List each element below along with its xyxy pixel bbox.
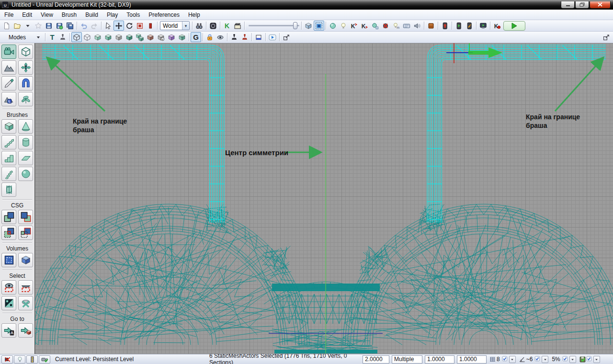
autosave-toggle-checkbox[interactable] xyxy=(586,356,593,363)
light-meter-button[interactable]: m xyxy=(391,21,401,31)
mobile-settings-button[interactable] xyxy=(464,21,475,31)
menu-tools[interactable]: Tools xyxy=(122,10,144,20)
texture-density-button[interactable] xyxy=(177,32,187,42)
scale-snap-toggle-caret[interactable] xyxy=(569,356,576,363)
hide-selected-button[interactable] xyxy=(18,280,33,295)
light-bulb-button[interactable] xyxy=(338,21,349,31)
menu-play[interactable]: Play xyxy=(102,10,122,20)
csg-deintersect-button[interactable] xyxy=(18,226,33,240)
build-geometry-button[interactable] xyxy=(426,21,436,31)
terrain-mode-button[interactable] xyxy=(1,60,16,75)
undo-button[interactable] xyxy=(79,21,89,31)
kismet-button[interactable]: K xyxy=(222,21,232,31)
popout-viewport-button[interactable] xyxy=(281,32,292,42)
coordinate-system-dropdown[interactable]: World▾ xyxy=(160,21,190,30)
save-all-button[interactable] xyxy=(54,21,65,31)
csg-add-button[interactable] xyxy=(1,210,16,224)
volume-cube-button[interactable] xyxy=(18,253,33,267)
possess-button[interactable] xyxy=(229,32,239,42)
sphere-disabled-button[interactable] xyxy=(380,21,391,31)
lighting-only-button[interactable] xyxy=(124,32,135,42)
volumetric-brush-button[interactable] xyxy=(1,182,16,197)
menu-brush[interactable]: Brush xyxy=(57,10,81,20)
modes-caret[interactable] xyxy=(33,32,44,42)
kismet-link-up-button[interactable]: K xyxy=(349,21,359,31)
play-in-editor-button[interactable] xyxy=(503,21,525,31)
translate-tool-button[interactable] xyxy=(114,21,124,31)
new-file-button[interactable] xyxy=(1,21,12,31)
menu-file[interactable]: File xyxy=(0,10,18,20)
kismet-link-down-button[interactable]: K xyxy=(359,21,370,31)
lightmap-density-button[interactable]: s xyxy=(156,32,166,42)
lighting-status-button[interactable] xyxy=(14,355,25,364)
socket-sphere-button[interactable] xyxy=(328,21,338,31)
camera-mode-button[interactable] xyxy=(1,45,16,59)
menu-build[interactable]: Build xyxy=(81,10,102,20)
minimize-button[interactable] xyxy=(561,1,575,9)
geometry-mode-button[interactable] xyxy=(18,45,33,59)
redo-button[interactable] xyxy=(89,21,100,31)
save-button[interactable] xyxy=(44,21,54,31)
mute-sounds-button[interactable] xyxy=(1,355,13,364)
detail-lighting-button[interactable] xyxy=(114,32,124,42)
maximize-button[interactable] xyxy=(575,1,589,9)
game-view-button[interactable]: G xyxy=(191,32,201,42)
reflection-view-button[interactable] xyxy=(166,32,177,42)
scale-x-field[interactable]: 1.0000 xyxy=(425,355,454,364)
play-viewport-button[interactable] xyxy=(267,32,278,42)
paths-status-button[interactable] xyxy=(26,355,38,364)
rotation-grid-field[interactable]: Multiple xyxy=(392,355,422,364)
cone-brush-button[interactable] xyxy=(18,119,33,134)
lit-view-button[interactable] xyxy=(103,32,114,42)
csg-intersect-button[interactable] xyxy=(1,226,16,240)
angle-snap-toggle-caret[interactable] xyxy=(542,356,548,363)
drag-grid-field[interactable]: 2.0000 xyxy=(363,355,389,364)
eject-button[interactable] xyxy=(239,32,250,42)
add-volume-button[interactable] xyxy=(1,253,16,267)
light-complexity-button[interactable] xyxy=(135,32,145,42)
matinee-button[interactable] xyxy=(232,21,243,31)
brush-wireframe-button[interactable] xyxy=(82,32,92,42)
brush-outline-button[interactable] xyxy=(253,32,264,42)
scale-nonuniform-button[interactable] xyxy=(145,21,156,31)
search-actors-button[interactable] xyxy=(194,21,204,31)
viewport-canvas[interactable] xyxy=(35,43,613,354)
menu-edit[interactable]: Edit xyxy=(18,10,36,20)
unlit-view-button[interactable] xyxy=(92,32,103,42)
show-selected-only-button[interactable] xyxy=(1,280,16,295)
invert-selection-button[interactable] xyxy=(1,296,16,310)
goto-builder-brush-button[interactable] xyxy=(18,323,33,338)
actor-controls-button[interactable] xyxy=(57,32,68,42)
sphere-brush-button[interactable] xyxy=(18,167,33,181)
content-browser-button[interactable] xyxy=(208,21,218,31)
menu-help[interactable]: Help xyxy=(184,10,204,20)
cube-brush-button[interactable] xyxy=(1,119,16,134)
play-on-pc-button[interactable] xyxy=(478,21,488,31)
open-recent-caret[interactable] xyxy=(23,21,33,31)
show-all-button[interactable] xyxy=(18,296,33,310)
selection-outline-button[interactable] xyxy=(314,21,324,31)
mesh-paint-mode-button[interactable] xyxy=(1,76,16,91)
menu-view[interactable]: View xyxy=(36,10,57,20)
scale-tool-button[interactable] xyxy=(135,21,145,31)
favorites-star-button[interactable] xyxy=(33,21,44,31)
shader-complexity-button[interactable] xyxy=(145,32,156,42)
csg-subtract-button[interactable] xyxy=(18,210,33,224)
console-button[interactable] xyxy=(401,21,412,31)
camera-speed-slider[interactable] xyxy=(249,22,297,30)
slider-thumb[interactable] xyxy=(293,22,297,29)
goto-actor-button[interactable]: A xyxy=(1,323,16,338)
sound-toggle-button[interactable] xyxy=(412,21,422,31)
realtime-preview-button[interactable] xyxy=(215,32,226,42)
menu-preferences[interactable]: Preferences xyxy=(144,10,184,20)
foliage-mode-button[interactable] xyxy=(18,92,33,106)
socket-snap-button[interactable] xyxy=(370,21,380,31)
lock-viewport-button[interactable] xyxy=(204,32,215,42)
landscape-mode-button[interactable]: L xyxy=(1,92,16,106)
mobile-play-button[interactable] xyxy=(454,21,464,31)
scale-snap-toggle-checkbox[interactable] xyxy=(562,356,569,363)
grid-snap-toggle-caret[interactable] xyxy=(509,356,516,363)
wireframe-view-button[interactable] xyxy=(71,32,82,42)
rotate-tool-button[interactable] xyxy=(124,21,135,31)
texture-align-mode-button[interactable]: T xyxy=(18,60,33,75)
